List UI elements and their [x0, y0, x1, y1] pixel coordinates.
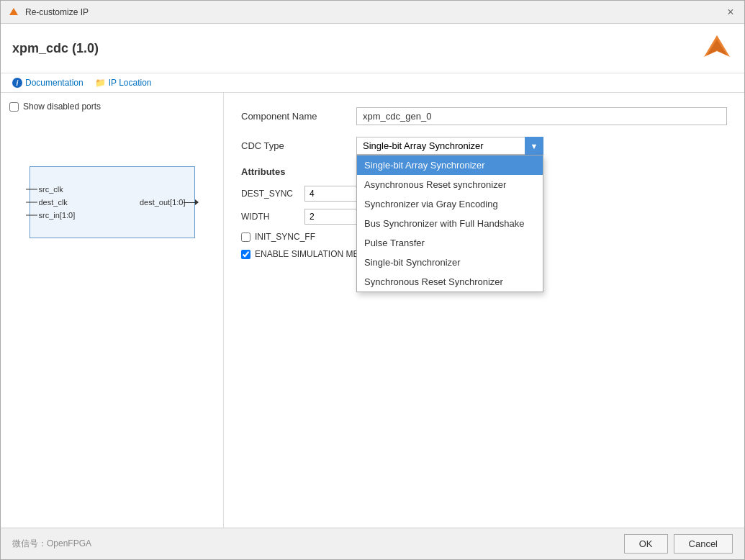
- sim-report-checkbox[interactable]: [241, 250, 250, 259]
- documentation-label: Documentation: [25, 78, 83, 88]
- arrow-dest-out: [184, 199, 199, 205]
- port-src-clk: src_clk: [39, 185, 186, 194]
- show-disabled-ports-checkbox[interactable]: [9, 102, 19, 112]
- cdc-type-menu: Single-bit Array Synchronizer Asynchrono…: [356, 155, 543, 292]
- cdc-option-3[interactable]: Bus Synchronizer with Full Handshake: [357, 214, 543, 233]
- component-name-input[interactable]: [356, 107, 727, 125]
- documentation-button[interactable]: i Documentation: [12, 78, 83, 88]
- init-sync-ff-checkbox[interactable]: [241, 232, 250, 242]
- init-sync-ff-label: INIT_SYNC_FF: [255, 232, 315, 242]
- show-disabled-ports-label[interactable]: Show disabled ports: [9, 101, 215, 112]
- attributes-title: Attributes: [241, 166, 285, 177]
- width-label: WIDTH: [241, 212, 299, 222]
- port-src-in: src_in[1:0]: [39, 211, 186, 220]
- arrow-dest-clk: [26, 202, 37, 203]
- cancel-button[interactable]: Cancel: [674, 534, 733, 554]
- footer: 微信号：OpenFPGA OK Cancel: [1, 528, 744, 559]
- toolbar: i Documentation 📁 IP Location: [1, 73, 744, 93]
- info-icon: i: [12, 78, 22, 88]
- main-window: Re-customize IP × xpm_cdc (1.0) i Docume…: [0, 0, 745, 560]
- svg-marker-0: [9, 8, 18, 15]
- dest-clk-label: dest_clk: [39, 198, 68, 207]
- main-content: Show disabled ports src_clk dest_clk: [1, 93, 744, 528]
- arrow-src-clk: [26, 189, 37, 190]
- component-name-label: Component Name: [241, 111, 356, 122]
- cdc-type-dropdown[interactable]: Single-bit Array Synchronizer ▼ Single-b…: [356, 137, 543, 155]
- header: xpm_cdc (1.0): [1, 24, 744, 73]
- ok-button[interactable]: OK: [624, 534, 668, 554]
- ip-location-label: IP Location: [109, 78, 152, 88]
- arrow-src-in: [26, 215, 37, 216]
- cdc-option-4[interactable]: Pulse Transfer: [357, 233, 543, 253]
- cdc-type-label: CDC Type: [241, 140, 356, 151]
- watermark: 微信号：OpenFPGA: [12, 538, 618, 550]
- src-clk-label: src_clk: [39, 185, 63, 194]
- component-name-row: Component Name: [241, 107, 727, 125]
- right-panel: Component Name CDC Type Single-bit Array…: [224, 93, 744, 528]
- cdc-type-selected-text: Single-bit Array Synchronizer: [357, 137, 543, 154]
- dest-sync-ff-label: DEST_SYNC: [241, 189, 299, 199]
- ip-location-button[interactable]: 📁 IP Location: [95, 78, 152, 88]
- cdc-option-1[interactable]: Asynchronous Reset synchronizer: [357, 175, 543, 194]
- cdc-option-6[interactable]: Synchronous Reset Synchronizer: [357, 272, 543, 292]
- cdc-option-5[interactable]: Single-bit Synchronizer: [357, 253, 543, 272]
- vivado-logo: [701, 32, 733, 64]
- title-bar-left: Re-customize IP: [8, 6, 89, 18]
- dest-out-label: dest_out[1:0]: [140, 198, 186, 207]
- cdc-type-row: CDC Type Single-bit Array Synchronizer ▼…: [241, 137, 727, 155]
- cdc-type-selected[interactable]: Single-bit Array Synchronizer ▼: [356, 137, 543, 155]
- window-title: Re-customize IP: [25, 7, 89, 17]
- port-dest-clk: dest_clk dest_out[1:0]: [39, 198, 186, 207]
- cdc-option-0[interactable]: Single-bit Array Synchronizer: [357, 155, 543, 175]
- title-bar: Re-customize IP ×: [1, 1, 744, 24]
- cdc-option-2[interactable]: Synchronizer via Gray Encoding: [357, 194, 543, 214]
- component-diagram: src_clk dest_clk dest_out[1:0]: [30, 166, 195, 238]
- close-button[interactable]: ×: [724, 6, 737, 19]
- src-in-label: src_in[1:0]: [39, 211, 76, 220]
- dropdown-chevron-icon[interactable]: ▼: [525, 137, 543, 155]
- folder-icon: 📁: [95, 78, 106, 88]
- app-icon: [8, 6, 19, 18]
- app-title: xpm_cdc (1.0): [12, 41, 99, 56]
- left-panel: Show disabled ports src_clk dest_clk: [1, 93, 224, 528]
